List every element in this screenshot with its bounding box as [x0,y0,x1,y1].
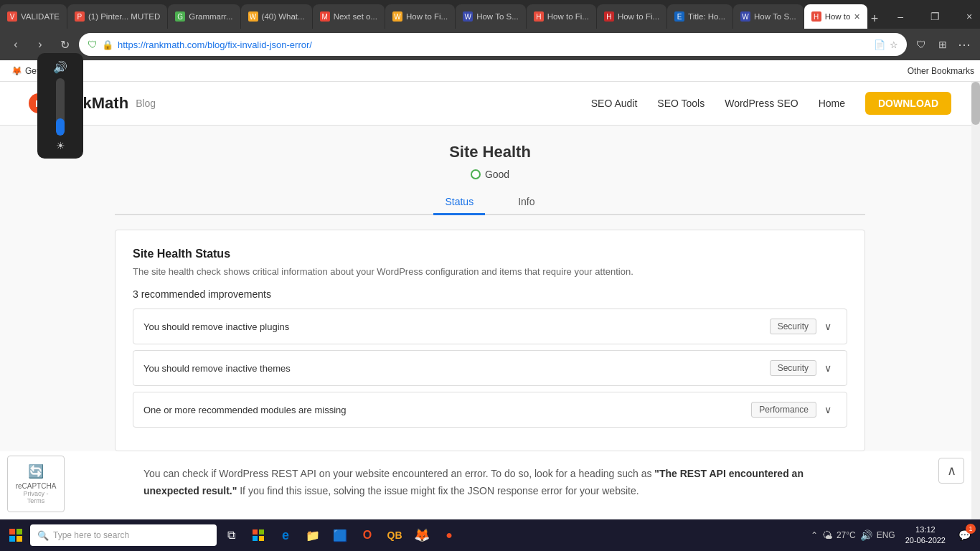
health-item-right-themes: Security ∨ [770,359,837,377]
svg-rect-7 [259,529,264,534]
minimize-button[interactable]: – [884,4,917,29]
tab-label-grammarly: Grammarr... [189,12,232,21]
taskbar-mail[interactable]: 🟦 [327,522,353,548]
tab-status[interactable]: Status [433,190,485,215]
url-text[interactable]: https://rankmath.com/blog/fix-invalid-js… [118,39,870,50]
tab-favicon-active: H [811,11,821,22]
start-button[interactable] [3,522,29,548]
bookmark-star-icon[interactable]: ☆ [890,39,898,50]
close-button[interactable]: × [953,4,980,29]
shield-icon[interactable]: 🛡 [911,34,931,55]
tab-what[interactable]: W (40) What... [241,4,312,29]
system-tray-expand[interactable]: ⌃ [811,530,818,540]
taskbar-right: ⌃ 🌤 27°C 🔊 ENG 13:12 20-06-2022 💬 1 [806,522,977,548]
back-button[interactable]: ‹ [6,34,26,55]
tab-label-what: (40) What... [262,12,305,21]
collections-icon[interactable]: ⊞ [933,34,953,55]
tab-howtofi3[interactable]: H How to Fi... [597,4,666,29]
brightness-icon[interactable]: ☀ [56,140,65,151]
security-icon: 🛡 [88,39,98,50]
address-bar[interactable]: 🛡 🔒 https://rankmath.com/blog/fix-invali… [79,33,907,56]
taskbar-opera[interactable]: O [354,522,380,548]
good-indicator: Good [115,169,865,180]
health-item-modules: One or more recommended modules are miss… [133,392,847,428]
taskbar-task-view[interactable]: ⧉ [218,522,244,548]
taskbar-clock: 13:12 20-06-2022 [905,524,946,547]
tab-favicon-pinterest: P [75,11,85,22]
tab-howtofi1[interactable]: W How to Fi... [385,4,455,29]
security-tag-themes: Security [770,360,816,376]
bookmarks-bar: 🦊 Get... Other Bookmarks [0,60,980,82]
recaptcha-label: reCAPTCHA [15,482,57,490]
tab-label-howtow1: How To S... [476,12,519,21]
taskbar-explorer[interactable]: 📁 [300,522,326,548]
tab-bar: V VALIDATE P (1) Pinter... MUTED G Gramm… [0,0,980,29]
volume-slider[interactable] [56,78,65,136]
svg-rect-9 [259,536,264,541]
scroll-to-top-button[interactable]: ∧ [938,458,964,484]
bookmark-favicon: 🦊 [11,66,22,76]
nav-seo-tools[interactable]: SEO Tools [657,98,705,109]
improvements-count: 3 recommended improvements [133,288,847,300]
svg-rect-4 [9,536,15,542]
scrollbar-vertical[interactable] [971,82,980,519]
chevron-down-themes[interactable]: ∨ [819,359,837,377]
health-item-right-modules: Performance ∨ [751,401,837,418]
scrollbar-thumb[interactable] [971,82,980,125]
reload-button[interactable]: ↻ [55,34,75,55]
nav-home[interactable]: Home [819,98,845,109]
chevron-down-plugins[interactable]: ∨ [819,318,837,335]
speaker-icon[interactable]: 🔊 [53,60,67,74]
tab-favicon-what: W [248,11,258,22]
notification-icon[interactable]: 💬 1 [951,522,977,548]
tab-validate[interactable]: V VALIDATE [0,4,67,29]
health-item-themes: You should remove inactive themes Securi… [133,350,847,386]
nav-wordpress-seo[interactable]: WordPress SEO [725,98,798,109]
taskbar-search-box[interactable]: 🔍 Type here to search [30,524,217,546]
taskbar-edge[interactable]: e [273,522,298,548]
other-bookmarks[interactable]: Other Bookmarks [908,66,974,76]
tab-favicon-howtos2: W [740,11,750,22]
tab-howtofi2[interactable]: H How to Fi... [527,4,596,29]
maximize-button[interactable]: ❐ [918,4,951,29]
health-item-plugins: You should remove inactive plugins Secur… [133,309,847,344]
new-tab-button[interactable]: + [871,9,879,29]
tab-title[interactable]: E Title: Ho... [667,4,732,29]
tab-label-pinterest: (1) Pinter... MUTED [88,12,160,21]
taskbar-store[interactable] [245,522,271,548]
tab-howto-active[interactable]: H How to × [804,4,867,29]
tab-favicon-grammarly: G [175,11,185,22]
menu-button[interactable]: ⋯ [954,34,974,55]
search-icon: 🔍 [37,530,49,541]
forward-button[interactable]: › [30,34,50,55]
taskbar-opera2[interactable]: ● [436,522,462,548]
nav-seo-audit[interactable]: SEO Audit [591,98,638,109]
chevron-down-modules[interactable]: ∨ [819,401,837,418]
reader-icon[interactable]: 📄 [874,39,885,50]
tab-favicon-howtofi1: W [392,11,402,22]
tab-howtos2[interactable]: W How To S... [733,4,804,29]
tab-howtow1[interactable]: W How To S... [456,4,526,29]
taskbar-qb[interactable]: QB [382,522,407,548]
good-label: Good [485,169,509,180]
tab-nextset[interactable]: M Next set o... [313,4,385,29]
tab-close-button[interactable]: × [854,11,859,22]
address-bar-icons: 📄 ☆ [874,39,898,50]
taskbar-firefox[interactable]: 🦊 [409,522,435,548]
recaptcha-logo: 🔄 [15,463,57,479]
site-nav: SEO Audit SEO Tools WordPress SEO Home D… [591,92,951,115]
tab-grammarly[interactable]: G Grammarr... [168,4,240,29]
download-button[interactable]: DOWNLOAD [865,92,951,115]
taskbar-date: 20-06-2022 [905,535,946,546]
svg-rect-5 [17,536,22,542]
health-item-text-plugins: You should remove inactive plugins [143,321,289,332]
tab-pinterest[interactable]: P (1) Pinter... MUTED [67,4,167,29]
tab-favicon: V [7,11,17,22]
volume-icon[interactable]: 🔊 [860,529,872,541]
site-blog-label: Blog [136,98,156,109]
tab-info[interactable]: Info [507,190,546,215]
overlay-widget: 🔊 ☀ [37,53,83,159]
notification-badge: 1 [966,524,976,534]
health-item-text-modules: One or more recommended modules are miss… [143,405,347,415]
temp-label: 27°C [837,530,856,540]
